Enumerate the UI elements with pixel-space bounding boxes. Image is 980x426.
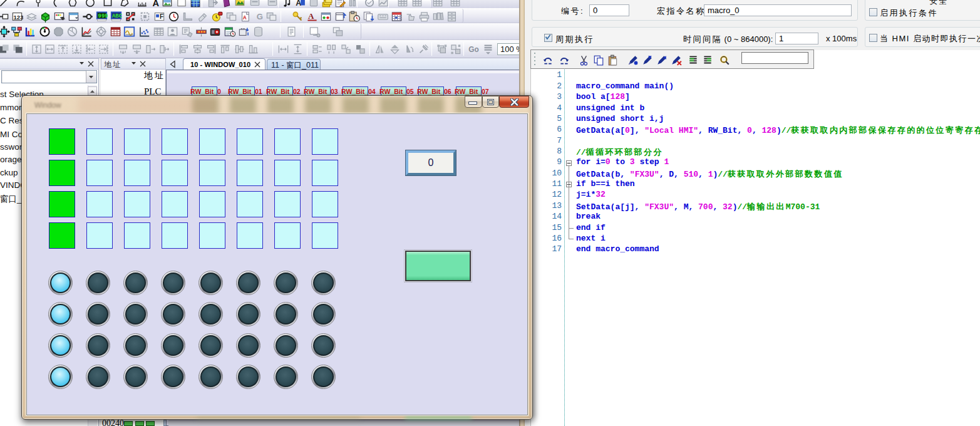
svg-text:ABC: ABC: [112, 13, 122, 19]
svg-text:A: A: [296, 0, 301, 8]
svg-text:123: 123: [14, 14, 23, 21]
svg-text:A: A: [243, 14, 247, 21]
svg-text:A: A: [308, 11, 314, 21]
svg-text:G: G: [257, 12, 263, 21]
svg-text:F: F: [160, 13, 163, 20]
svg-text:A: A: [152, 0, 159, 8]
svg-text:Go: Go: [468, 45, 478, 54]
svg-text:999: 999: [98, 13, 108, 19]
